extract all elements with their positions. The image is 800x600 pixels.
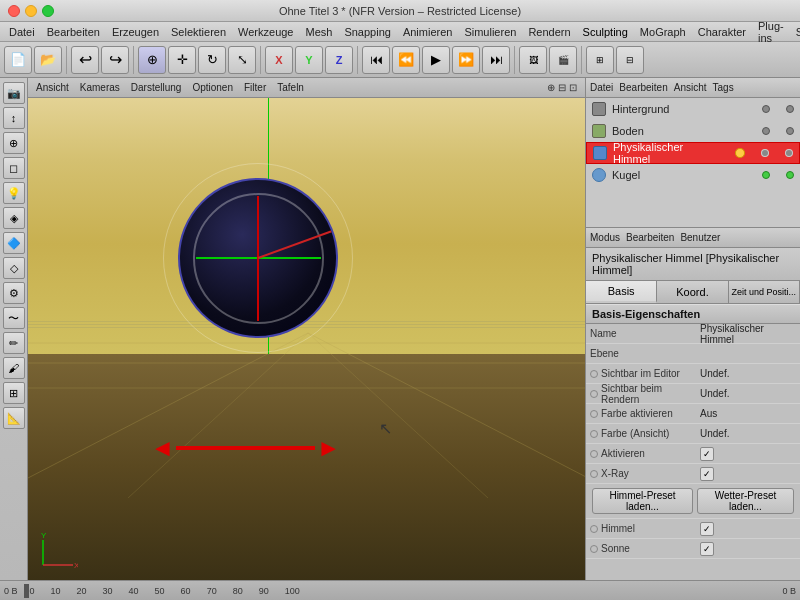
redo-button[interactable]: ↪ — [101, 46, 129, 74]
vp-filter[interactable]: Filter — [240, 81, 270, 94]
prop-check-xray[interactable]: ✓ — [700, 467, 714, 481]
obj-header-datei[interactable]: Datei — [590, 82, 613, 93]
separator — [66, 46, 67, 74]
rotate-tool[interactable]: ↻ — [198, 46, 226, 74]
minimize-button[interactable] — [25, 5, 37, 17]
scale-tool[interactable]: ⤡ — [228, 46, 256, 74]
obj-render-boden — [786, 127, 794, 135]
menu-mograph[interactable]: MoGraph — [635, 25, 691, 39]
lights-icon[interactable]: 💡 — [3, 182, 25, 204]
prop-dot-4 — [590, 430, 598, 438]
prop-benutzer[interactable]: Benutzer — [680, 232, 720, 243]
undo-button[interactable]: ↩ — [71, 46, 99, 74]
spline-icon[interactable]: 〜 — [3, 307, 25, 329]
wetter-preset-button[interactable]: Wetter-Preset laden... — [697, 488, 794, 514]
himmel-preset-button[interactable]: Himmel-Preset laden... — [592, 488, 693, 514]
step-fwd[interactable]: ⏩ — [452, 46, 480, 74]
new-button[interactable]: 📄 — [4, 46, 32, 74]
render-btn[interactable]: 🎬 — [549, 46, 577, 74]
prop-bearbeiten[interactable]: Bearbeiten — [626, 232, 674, 243]
y-constraint[interactable]: Y — [295, 46, 323, 74]
prop-dot-2 — [590, 390, 598, 398]
x-constraint[interactable]: X — [265, 46, 293, 74]
obj-header-ansicht[interactable]: Ansicht — [674, 82, 707, 93]
menu-snapping[interactable]: Snapping — [339, 25, 396, 39]
camera-icon[interactable]: 📷 — [3, 82, 25, 104]
deformer-icon[interactable]: ◇ — [3, 257, 25, 279]
open-button[interactable]: 📂 — [34, 46, 62, 74]
tab-koord[interactable]: Koord. — [657, 281, 728, 303]
move-tool[interactable]: ✛ — [168, 46, 196, 74]
tab-basis[interactable]: Basis — [586, 281, 657, 303]
vp-darstellung[interactable]: Darstellung — [127, 81, 186, 94]
viewport[interactable]: Ansicht Kameras Darstellung Optionen Fil… — [28, 78, 585, 580]
prop-dot-3 — [590, 410, 598, 418]
tl-20: 20 — [69, 586, 95, 596]
separator4 — [357, 46, 358, 74]
generator-icon[interactable]: ⚙ — [3, 282, 25, 304]
move-icon[interactable]: ↕ — [3, 107, 25, 129]
obj-item-kugel[interactable]: Kugel — [586, 164, 800, 186]
menu-rendern[interactable]: Rendern — [523, 25, 575, 39]
menu-datei[interactable]: Datei — [4, 25, 40, 39]
menu-bearbeiten[interactable]: Bearbeiten — [42, 25, 105, 39]
menu-werkzeuge[interactable]: Werkzeuge — [233, 25, 298, 39]
menu-plugins[interactable]: Plug-ins — [753, 19, 789, 45]
prop-check-sonne[interactable]: ✓ — [700, 542, 714, 556]
polygon-icon[interactable]: ◈ — [3, 207, 25, 229]
menu-erzeugen[interactable]: Erzeugen — [107, 25, 164, 39]
tl-30: 30 — [95, 586, 121, 596]
tl-40: 40 — [121, 586, 147, 596]
tl-70: 70 — [199, 586, 225, 596]
play[interactable]: ▶ — [422, 46, 450, 74]
paint-icon[interactable]: 🖌 — [3, 357, 25, 379]
obj-item-boden[interactable]: Boden — [586, 120, 800, 142]
basis-eigenschaften-header: Basis-Eigenschaften — [586, 304, 800, 324]
sphere-container — [178, 178, 338, 338]
select-tool[interactable]: ⊕ — [138, 46, 166, 74]
timeline-track[interactable]: 0 10 20 30 40 50 60 70 80 90 100 — [22, 581, 779, 600]
menu-charakter[interactable]: Charakter — [693, 25, 751, 39]
z-constraint[interactable]: Z — [325, 46, 353, 74]
close-button[interactable] — [8, 5, 20, 17]
viewport-ground — [28, 354, 585, 580]
sculpt-icon[interactable]: ✏ — [3, 332, 25, 354]
separator6 — [581, 46, 582, 74]
prop-check-aktivieren[interactable]: ✓ — [700, 447, 714, 461]
render-view[interactable]: 🖼 — [519, 46, 547, 74]
prop-preset-row: Himmel-Preset laden... Wetter-Preset lad… — [586, 484, 800, 519]
obj-header-bearbeiten[interactable]: Bearbeiten — [619, 82, 667, 93]
menu-simulieren[interactable]: Simulieren — [459, 25, 521, 39]
menu-selektieren[interactable]: Selektieren — [166, 25, 231, 39]
grid-toggle[interactable]: ⊟ — [616, 46, 644, 74]
vp-optionen[interactable]: Optionen — [188, 81, 237, 94]
prop-label-sichtbar-editor: Sichtbar im Editor — [590, 368, 700, 379]
maximize-button[interactable] — [42, 5, 54, 17]
menu-sculpting[interactable]: Sculpting — [578, 25, 633, 39]
object-icon[interactable]: ◻ — [3, 157, 25, 179]
obj-item-hintergrund[interactable]: Hintergrund — [586, 98, 800, 120]
prop-check-himmel[interactable]: ✓ — [700, 522, 714, 536]
vp-tafeln[interactable]: Tafeln — [273, 81, 308, 94]
nurbs-icon[interactable]: 🔷 — [3, 232, 25, 254]
prop-modus[interactable]: Modus — [590, 232, 620, 243]
menu-skript[interactable]: Skript — [791, 25, 800, 39]
measure-icon[interactable]: 📐 — [3, 407, 25, 429]
tab-zeit[interactable]: Zeit und Positi... — [729, 281, 800, 303]
prop-label-ebene: Ebene — [590, 348, 700, 359]
snap-icon[interactable]: ⊞ — [3, 382, 25, 404]
play-fwd[interactable]: ⏭ — [482, 46, 510, 74]
play-back[interactable]: ⏮ — [362, 46, 390, 74]
menu-mesh[interactable]: Mesh — [300, 25, 337, 39]
vp-kameras[interactable]: Kameras — [76, 81, 124, 94]
vp-extra[interactable]: ⊕ ⊟ ⊡ — [543, 82, 581, 93]
snap-toggle[interactable]: ⊞ — [586, 46, 614, 74]
step-back[interactable]: ⏪ — [392, 46, 420, 74]
transform-icon[interactable]: ⊕ — [3, 132, 25, 154]
vp-ansicht[interactable]: Ansicht — [32, 81, 73, 94]
menu-animieren[interactable]: Animieren — [398, 25, 458, 39]
tl-80: 80 — [225, 586, 251, 596]
obj-item-himmel[interactable]: Physikalischer Himmel — [586, 142, 800, 164]
obj-header-tags[interactable]: Tags — [713, 82, 734, 93]
obj-vis-hintergrund — [762, 105, 770, 113]
